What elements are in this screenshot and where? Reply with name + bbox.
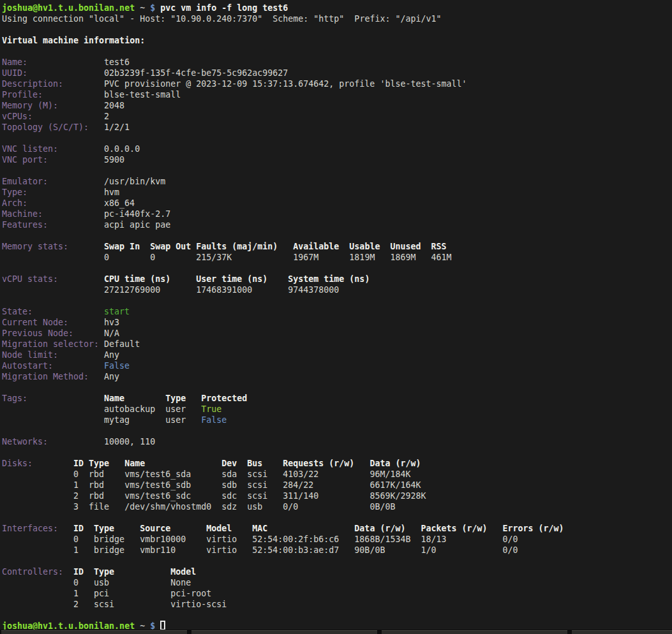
tag-type: user: [165, 415, 186, 425]
autostart-value: False: [104, 360, 130, 371]
cell-value: 1/0: [421, 545, 436, 556]
field-row: Machine: pc-i440fx-2.7: [2, 209, 672, 219]
cell-value: vms/test6_sda: [124, 469, 191, 480]
field-row: Profile: blse-test-small: [2, 89, 672, 100]
column-header: Swap Out: [150, 241, 191, 252]
cell-value: rbd: [89, 490, 104, 501]
controller-row: 2 scsi virtio-scsi: [2, 599, 672, 610]
field-row: Current Node: hv3: [2, 317, 672, 328]
window-edge-segment: [572, 630, 672, 634]
field-label: Memory stats:: [2, 241, 68, 252]
cell-value: bridge: [94, 545, 124, 556]
cell-value: 2: [73, 490, 78, 501]
cell-value: 6617K/164K: [370, 480, 421, 490]
cell-value: 1: [73, 588, 78, 599]
cell-value: scsi: [247, 469, 267, 480]
cell-value: 27212769000: [104, 284, 160, 295]
cell-value: 311/140: [283, 490, 318, 501]
field-label: Description:: [2, 78, 63, 89]
field-value: Any: [104, 350, 119, 360]
field-value: 5900: [104, 154, 124, 165]
cell-value: 0: [73, 469, 78, 480]
memory-stats-header-row: Memory stats: Swap In Swap Out Faults (m…: [2, 241, 672, 252]
controller-row: 0 usb None: [2, 577, 672, 588]
field-row: Emulator: /usr/bin/kvm: [2, 176, 672, 187]
cell-value: bridge: [94, 534, 124, 545]
column-header: Model: [206, 523, 232, 534]
column-header: Type: [94, 566, 114, 577]
tag-protected: False: [201, 415, 227, 425]
cell-value: 0: [73, 577, 78, 588]
column-header: ID: [73, 458, 84, 469]
column-header: Type: [165, 393, 186, 404]
cell-value: virtio-scsi: [170, 599, 227, 610]
connection-info: Using connection "local" - Host: "10.90.…: [2, 13, 441, 24]
disk-row: 1 rbd vms/test6_sdb sdb scsi 284/22 6617…: [2, 480, 672, 490]
field-label: UUID:: [2, 68, 27, 78]
terminal-line: joshua@hv1.t.u.bonilan.net ~ $ pvc vm in…: [2, 3, 672, 13]
field-row: Node limit: Any: [2, 350, 672, 360]
column-header: Model: [170, 566, 196, 577]
field-row: Autostart: False: [2, 360, 672, 371]
window-edge-segment: [1, 630, 187, 634]
cell-value: 90B/0B: [354, 545, 385, 556]
vm-state-value: start: [104, 306, 130, 317]
cell-value: 0: [73, 534, 78, 545]
cell-value: sdc: [221, 490, 237, 501]
cell-value: 0: [104, 252, 109, 263]
cell-value: 17468391000: [196, 284, 252, 295]
disk-row: 3 file /dev/shm/vhostmd0 sdz usb 0/0 0B/…: [2, 501, 672, 512]
terminal-screen[interactable]: joshua@hv1.t.u.bonilan.net ~ $ pvc vm in…: [2, 3, 672, 631]
field-label: Migration Method:: [2, 371, 89, 382]
tags-header-row: Tags: Name Type Protected: [2, 393, 672, 404]
cell-value: 284/22: [283, 480, 313, 490]
column-header: Requests (r/w): [283, 458, 354, 469]
field-row: State: start: [2, 306, 672, 317]
cell-value: 215/37K: [196, 252, 232, 263]
cell-value: 2: [73, 599, 78, 610]
field-value: hvm: [104, 187, 119, 198]
cell-value: vms/test6_sdc: [124, 490, 191, 501]
cell-value: scsi: [247, 480, 267, 490]
interface-row: 0 bridge vmbr10000 virtio 52:54:00:2f:b6…: [2, 534, 672, 545]
column-header: Name: [104, 393, 124, 404]
column-header: Bus: [247, 458, 262, 469]
terminal-cursor[interactable]: [160, 621, 165, 630]
column-header: MAC: [252, 523, 267, 534]
field-value: 1/2/1: [104, 122, 130, 133]
vcpu-stats-header-row: vCPU stats: CPU time (ns) User time (ns)…: [2, 274, 672, 284]
memory-stats-value-row: 0 0 215/37K 1967M 1819M 1869M 461M: [2, 252, 672, 263]
cell-value: /dev/shm/vhostmd0: [124, 501, 211, 512]
field-row: Memory (M): 2048: [2, 100, 672, 111]
column-header: Errors (r/w): [503, 523, 564, 534]
cell-value: 1869M: [390, 252, 415, 263]
column-header: RSS: [431, 241, 446, 252]
field-value: 2048: [104, 100, 124, 111]
cell-value: 52:54:00:2f:b6:c6: [252, 534, 339, 545]
field-label: Memory (M):: [2, 100, 58, 111]
cell-value: 0/0: [503, 534, 518, 545]
field-row: vCPUs: 2: [2, 111, 672, 122]
cell-value: usb: [247, 501, 262, 512]
cell-value: sdb: [221, 480, 237, 490]
field-value: acpi apic pae: [104, 219, 170, 230]
column-header: Source: [140, 523, 170, 534]
cell-value: 18/13: [421, 534, 446, 545]
field-label: Profile:: [2, 89, 43, 100]
column-header: Packets (r/w): [421, 523, 487, 534]
cell-value: rbd: [89, 480, 104, 490]
field-value: x86_64: [104, 198, 135, 209]
column-header: ID: [73, 566, 84, 577]
cell-value: 3: [73, 501, 78, 512]
field-value: Any: [104, 371, 119, 382]
prompt-cwd: ~: [140, 3, 145, 13]
field-value: PVC provisioner @ 2023-12-09 15:37:13.67…: [104, 78, 467, 89]
field-label: vCPUs:: [2, 111, 33, 122]
column-header: Data (r/w): [354, 523, 405, 534]
field-label: Emulator:: [2, 176, 48, 187]
controller-row: 1 pci pci-root: [2, 588, 672, 599]
field-label: Autostart:: [2, 360, 53, 371]
cell-value: 0/0: [283, 501, 298, 512]
field-value: N/A: [104, 328, 119, 339]
field-row: VNC listen: 0.0.0.0: [2, 144, 672, 154]
